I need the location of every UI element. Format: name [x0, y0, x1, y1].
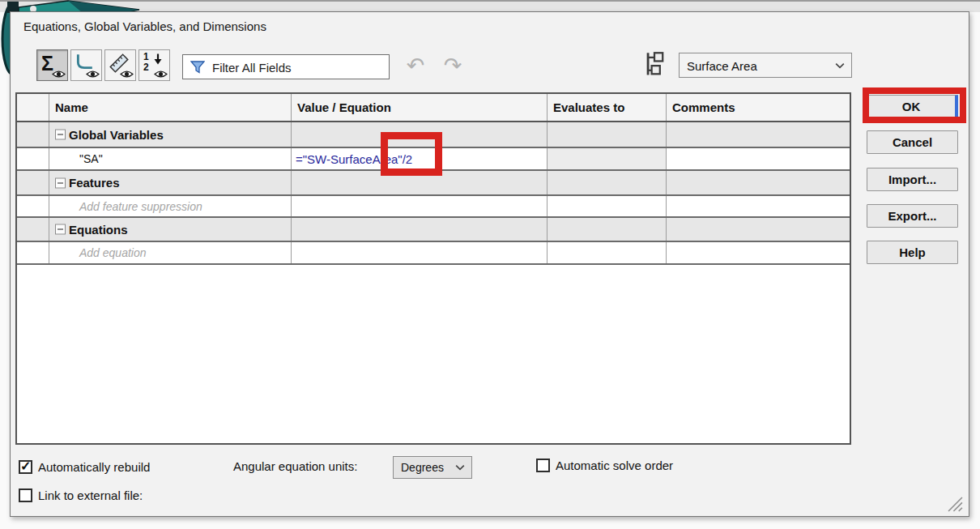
group-label: Global Variables: [69, 128, 164, 142]
down-arrow-icon: [154, 53, 162, 66]
configuration-dropdown[interactable]: Surface Area: [679, 53, 852, 78]
automatic-solve-order-checkbox[interactable]: [536, 459, 550, 472]
ordered-view-button[interactable]: 12: [138, 49, 170, 81]
filter-funnel-icon: [190, 61, 205, 74]
header-comments: Comments: [667, 94, 850, 121]
dimension-view-button[interactable]: [104, 49, 136, 81]
table-row-add-equation: Add equation: [17, 242, 850, 265]
equations-dialog: Equations, Global Variables, and Dimensi…: [10, 11, 969, 517]
automatic-solve-order-label: Automatic solve order: [556, 459, 673, 472]
link-external-file-label: Link to external file:: [38, 488, 143, 502]
configuration-hierarchy-button[interactable]: [643, 51, 666, 79]
variable-evaluates-cell: [548, 148, 667, 169]
ok-button[interactable]: OK: [867, 95, 958, 118]
dialog-title: Equations, Global Variables, and Dimensi…: [23, 19, 266, 33]
equations-table: Name Value / Equation Evaluates to Comme…: [15, 92, 851, 445]
variable-comments-cell[interactable]: [667, 148, 850, 169]
resize-grip[interactable]: [948, 497, 963, 512]
export-button[interactable]: Export...: [867, 204, 958, 228]
import-button[interactable]: Import...: [867, 168, 958, 191]
header-evaluates-to: Evaluates to: [548, 94, 667, 121]
filter-input[interactable]: [211, 57, 384, 78]
undo-button[interactable]: ↶: [401, 53, 430, 79]
equation-view-button[interactable]: Σ: [36, 49, 68, 81]
automatically-rebuild-checkbox[interactable]: ✓: [19, 460, 32, 474]
collapse-icon[interactable]: [55, 177, 66, 188]
group-label: Features: [69, 176, 120, 190]
help-button[interactable]: Help: [867, 241, 958, 264]
eye-icon: [120, 70, 134, 79]
sketch-equation-view-button[interactable]: [70, 49, 102, 81]
row-selector-cell[interactable]: [17, 218, 49, 241]
header-value-equation: Value / Equation: [292, 94, 548, 121]
eye-icon: [154, 70, 168, 79]
cancel-button[interactable]: Cancel: [867, 130, 958, 154]
ordered-numbers: 12: [143, 52, 149, 73]
automatically-rebuild-label: Automatically rebuild: [38, 460, 150, 474]
table-row-add-feature-suppression: Add feature suppression: [17, 196, 850, 218]
variable-name-cell[interactable]: "SA": [49, 148, 292, 169]
redo-button[interactable]: ↷: [438, 53, 467, 79]
angular-units-label: Angular equation units:: [233, 459, 357, 473]
collapse-icon[interactable]: [55, 224, 66, 235]
row-selector-cell[interactable]: [17, 122, 49, 147]
filter-field-container: [182, 54, 390, 79]
configuration-value: Surface Area: [687, 58, 757, 72]
table-row-sa: "SA" ="SW-SurfaceArea"/2: [17, 148, 850, 171]
eye-icon: [86, 70, 100, 79]
angular-units-value: Degrees: [401, 461, 444, 474]
group-label: Equations: [69, 223, 128, 237]
table-row-group-global-variables: Global Variables: [17, 122, 850, 148]
row-selector-cell[interactable]: [17, 242, 49, 263]
row-selector-cell[interactable]: [17, 148, 49, 169]
redo-icon: ↷: [444, 53, 462, 78]
row-selector-cell[interactable]: [17, 196, 49, 216]
table-row-group-equations: Equations: [17, 218, 850, 242]
undo-icon: ↶: [407, 53, 425, 78]
checkmark-icon: ✓: [20, 459, 31, 474]
chevron-down-icon: [835, 62, 845, 69]
angular-units-dropdown[interactable]: Degrees: [393, 456, 472, 479]
variable-equation-cell[interactable]: ="SW-SurfaceArea"/2: [292, 148, 548, 169]
hierarchy-icon: [643, 51, 666, 79]
link-external-file-checkbox[interactable]: [19, 488, 32, 502]
row-selector-cell[interactable]: [17, 171, 49, 194]
header-name: Name: [49, 94, 292, 121]
table-header-row: Name Value / Equation Evaluates to Comme…: [17, 94, 850, 122]
header-selector-cell: [17, 94, 49, 121]
chevron-down-icon: [455, 464, 465, 471]
add-equation-placeholder[interactable]: Add equation: [49, 242, 292, 263]
add-feature-placeholder[interactable]: Add feature suppression: [49, 196, 292, 216]
table-row-group-features: Features: [17, 171, 850, 196]
collapse-icon[interactable]: [55, 130, 66, 140]
eye-icon: [52, 70, 66, 79]
